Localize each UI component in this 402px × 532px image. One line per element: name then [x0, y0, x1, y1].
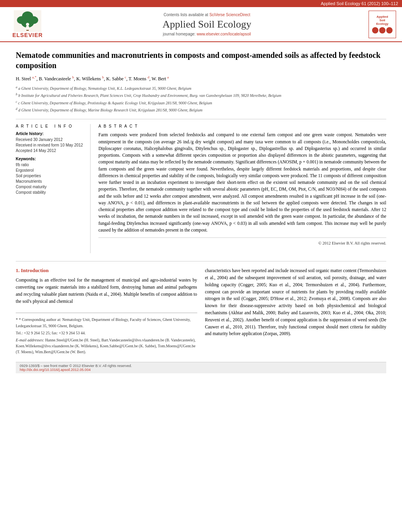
abstract-heading: A B S T R A C T [98, 124, 386, 128]
journal-title: Applied Soil Ecology [49, 19, 365, 30]
journal-icon-box: AppliedSoilEcology [369, 11, 396, 38]
sciverse-link[interactable]: SciVerse ScienceDirect [209, 13, 250, 17]
copyright-line: © 2012 Elsevier B.V. All rights reserved… [98, 237, 386, 245]
footnote-corresponding: * * Corresponding author at: Nematology … [16, 316, 197, 329]
footnote-tel: Tel.: +32 9 264 52 25; fax: +32 9 264 53… [16, 330, 197, 336]
abstract-text: Farm composts were produced from selecte… [98, 132, 386, 234]
journal-header: ELSEVIER Contents lists available at Sci… [0, 7, 402, 42]
affiliations: a a Ghent University, Department of Biol… [16, 85, 386, 113]
article-content: Nematode communities and macronutrients … [0, 42, 402, 381]
homepage-link[interactable]: www.elsevier.com/locate/apsoil [196, 32, 251, 36]
elsevier-wordmark: ELSEVIER [12, 32, 43, 38]
affiliation-c: c c Ghent University, Department of Biol… [16, 100, 386, 106]
journal-icon-circles [372, 27, 393, 33]
intro-paragraph-1: Composting is an effective tool for the … [16, 277, 197, 305]
homepage-line: journal homepage: www.elsevier.com/locat… [49, 32, 365, 36]
keywords-label: Keywords: [16, 157, 84, 161]
sciverse-line: Contents lists available at SciVerse Sci… [49, 13, 365, 17]
article-title: Nematode communities and macronutrients … [16, 50, 386, 70]
affiliation-a: a a Ghent University, Department of Biol… [16, 85, 386, 91]
intro-heading: 1. Introduction [16, 267, 197, 274]
bottom-bar: 0929-1393/$ – see front matter © 2012 El… [16, 362, 386, 373]
body-section: 1. Introduction Composting is an effecti… [16, 261, 386, 356]
footnote-emails: E-mail addresses: Hanne.Steel@UGent.be (… [16, 337, 197, 355]
article-info-panel: A R T I C L E I N F O Article history: R… [16, 124, 91, 253]
affiliation-d: d d Ghent University, Department of Biol… [16, 107, 386, 113]
elsevier-tree-icon [14, 10, 41, 32]
journal-citation: Applied Soil Ecology 61 (2012) 100–112 [321, 1, 398, 6]
affiliation-b: b b Institute for Agricultural and Fishe… [16, 92, 386, 98]
journal-citation-bar: Applied Soil Ecology 61 (2012) 100–112 [0, 0, 402, 7]
doi-link[interactable]: http://dx.doi.org/10.1016/j.apsoil.2012.… [20, 368, 91, 372]
svg-rect-7 [26, 26, 29, 30]
footnotes: * * Corresponding author at: Nematology … [16, 313, 197, 355]
journal-logo-right: AppliedSoilEcology [365, 11, 396, 38]
intro-paragraph-2: characteristics have been reported and i… [205, 267, 387, 337]
body-right-col: characteristics have been reported and i… [205, 267, 387, 356]
body-left-col: 1. Introduction Composting is an effecti… [16, 267, 197, 356]
article-info-abstract-section: A R T I C L E I N F O Article history: R… [16, 119, 386, 253]
abstract-panel: A B S T R A C T Farm composts were produ… [98, 124, 386, 253]
journal-info-center: Contents lists available at SciVerse Sci… [49, 13, 365, 36]
article-info-heading: A R T I C L E I N F O [16, 124, 84, 128]
article-received: Received 30 January 2012 Received in rev… [16, 137, 84, 154]
article-history-label: Article history: [16, 132, 84, 136]
elsevier-logo: ELSEVIER [6, 10, 49, 38]
keywords-list: f/b ratio Ergosterol Soil properties Mac… [16, 162, 84, 195]
svg-point-6 [26, 23, 29, 26]
authors-line: H. Steel a,*, B. Vandecasteele b, K. Wil… [16, 75, 386, 82]
